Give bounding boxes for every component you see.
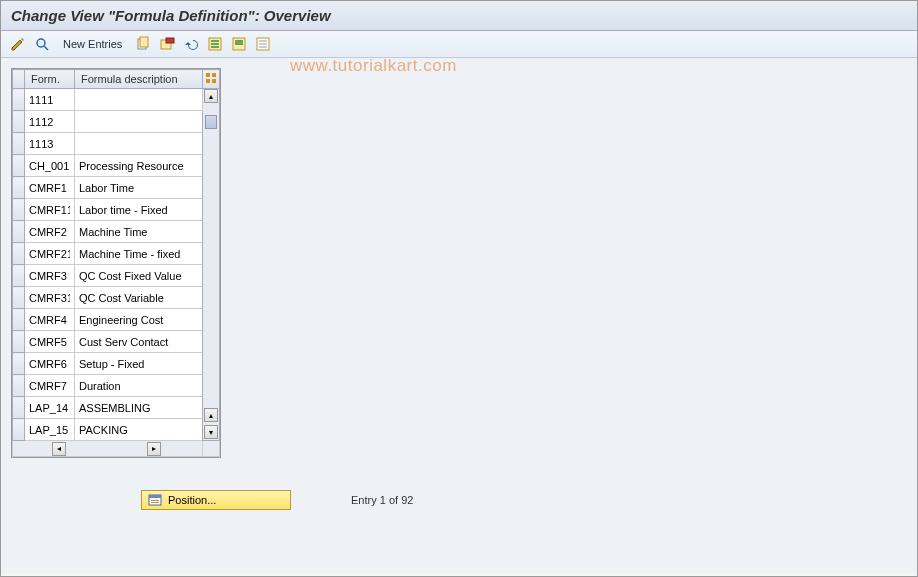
new-entries-button[interactable]: New Entries <box>57 36 128 52</box>
form-input[interactable] <box>25 111 74 132</box>
form-input[interactable] <box>25 375 74 396</box>
description-input[interactable] <box>75 287 202 308</box>
svg-line-1 <box>44 46 48 50</box>
table-row <box>13 287 220 309</box>
form-input[interactable] <box>25 243 74 264</box>
row-selector[interactable] <box>13 177 25 199</box>
svg-point-0 <box>37 39 45 47</box>
svg-rect-9 <box>211 46 219 48</box>
content-area: Form. Formula description ▴▴▾ ◂ ▸ <box>1 58 917 573</box>
table-row <box>13 199 220 221</box>
form-input[interactable] <box>25 353 74 374</box>
scroll-right-button[interactable]: ▸ <box>147 442 161 456</box>
scroll-up2-button[interactable]: ▴ <box>204 408 218 422</box>
description-input[interactable] <box>75 111 202 132</box>
table-row <box>13 331 220 353</box>
row-selector[interactable] <box>13 243 25 265</box>
undo-icon[interactable] <box>182 35 200 53</box>
row-selector[interactable] <box>13 221 25 243</box>
select-all-icon[interactable] <box>206 35 224 53</box>
description-input[interactable] <box>75 155 202 176</box>
form-input[interactable] <box>25 221 74 242</box>
row-selector[interactable] <box>13 331 25 353</box>
form-input[interactable] <box>25 287 74 308</box>
description-input[interactable] <box>75 353 202 374</box>
row-selector[interactable] <box>13 199 25 221</box>
table-settings-icon[interactable] <box>203 70 220 89</box>
scroll-thumb[interactable] <box>205 115 217 129</box>
horizontal-scrollbar: ◂ ▸ <box>13 441 220 457</box>
description-input[interactable] <box>75 375 202 396</box>
svg-rect-21 <box>149 495 161 498</box>
copy-as-icon[interactable] <box>134 35 152 53</box>
svg-rect-7 <box>211 40 219 42</box>
table-row <box>13 375 220 397</box>
column-header-form[interactable]: Form. <box>25 70 75 89</box>
form-input[interactable] <box>25 89 74 110</box>
svg-rect-16 <box>206 73 210 77</box>
row-selector[interactable] <box>13 353 25 375</box>
row-selector[interactable] <box>13 155 25 177</box>
form-input[interactable] <box>25 199 74 220</box>
svg-rect-18 <box>206 79 210 83</box>
vertical-scrollbar: ▴▴▾ <box>203 89 220 441</box>
row-selector[interactable] <box>13 375 25 397</box>
svg-rect-5 <box>166 38 174 43</box>
row-selector[interactable] <box>13 89 25 111</box>
form-input[interactable] <box>25 155 74 176</box>
row-selector[interactable] <box>13 419 25 441</box>
delete-icon[interactable] <box>158 35 176 53</box>
table-row <box>13 265 220 287</box>
deselect-all-icon[interactable] <box>254 35 272 53</box>
entry-counter: Entry 1 of 92 <box>351 494 413 506</box>
select-block-icon[interactable] <box>230 35 248 53</box>
title-bar: Change View "Formula Definition": Overvi… <box>1 1 917 31</box>
position-icon <box>148 493 162 507</box>
table-row <box>13 419 220 441</box>
description-input[interactable] <box>75 309 202 330</box>
form-input[interactable] <box>25 133 74 154</box>
row-selector[interactable] <box>13 111 25 133</box>
form-input[interactable] <box>25 177 74 198</box>
description-input[interactable] <box>75 89 202 110</box>
row-selector[interactable] <box>13 133 25 155</box>
description-input[interactable] <box>75 243 202 264</box>
svg-rect-23 <box>151 502 159 503</box>
toggle-display-change-icon[interactable] <box>9 35 27 53</box>
row-selector[interactable] <box>13 265 25 287</box>
description-input[interactable] <box>75 177 202 198</box>
description-input[interactable] <box>75 199 202 220</box>
column-header-description[interactable]: Formula description <box>75 70 203 89</box>
position-button-label: Position... <box>168 494 216 506</box>
row-selector[interactable] <box>13 287 25 309</box>
form-input[interactable] <box>25 265 74 286</box>
description-input[interactable] <box>75 265 202 286</box>
scroll-up-button[interactable]: ▴ <box>204 89 218 103</box>
formula-table-container: Form. Formula description ▴▴▾ ◂ ▸ <box>11 68 221 458</box>
details-icon[interactable] <box>33 35 51 53</box>
form-input[interactable] <box>25 331 74 352</box>
description-input[interactable] <box>75 221 202 242</box>
svg-rect-19 <box>212 79 216 83</box>
form-input[interactable] <box>25 419 74 440</box>
svg-rect-8 <box>211 43 219 45</box>
form-input[interactable] <box>25 309 74 330</box>
table-row: ▴▴▾ <box>13 89 220 111</box>
svg-rect-11 <box>235 40 243 45</box>
description-input[interactable] <box>75 133 202 154</box>
description-input[interactable] <box>75 331 202 352</box>
description-input[interactable] <box>75 397 202 418</box>
scroll-down-button[interactable]: ▾ <box>204 425 218 439</box>
svg-rect-17 <box>212 73 216 77</box>
description-input[interactable] <box>75 419 202 440</box>
table-row <box>13 309 220 331</box>
position-button[interactable]: Position... <box>141 490 291 510</box>
select-all-header[interactable] <box>13 70 25 89</box>
scroll-left-button[interactable]: ◂ <box>52 442 66 456</box>
footer-row: Position... Entry 1 of 92 <box>11 490 907 510</box>
row-selector[interactable] <box>13 309 25 331</box>
svg-rect-3 <box>140 37 148 47</box>
row-selector[interactable] <box>13 397 25 419</box>
form-input[interactable] <box>25 397 74 418</box>
page-title: Change View "Formula Definition": Overvi… <box>11 7 907 24</box>
